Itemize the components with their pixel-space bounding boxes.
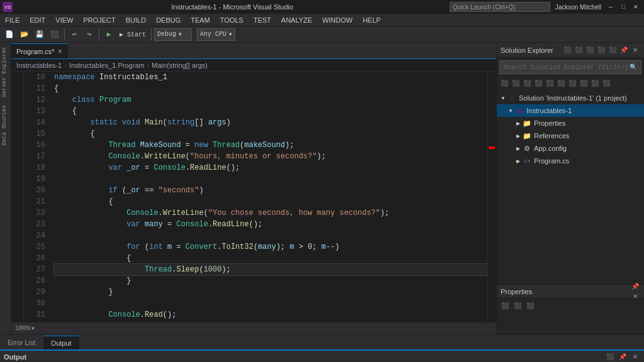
props-close-button[interactable]: ✕ xyxy=(630,292,640,302)
right-scrollbar[interactable] xyxy=(487,72,496,322)
se-tool-7[interactable]: ⬛ xyxy=(567,79,577,89)
maximize-button[interactable]: □ xyxy=(618,3,629,11)
tree-item-references[interactable]: ▶📁References xyxy=(497,129,644,142)
se-tool-8[interactable]: ⬛ xyxy=(579,79,589,89)
se-btn-4[interactable]: ⬛ xyxy=(596,45,606,55)
tree-item-instructables-1[interactable]: ▼◆Instructables-1 xyxy=(497,104,644,117)
menu-item-build[interactable]: BUILD xyxy=(121,14,151,26)
open-button[interactable]: 📂 xyxy=(18,28,31,41)
se-tool-5[interactable]: ⬛ xyxy=(545,79,555,89)
code-line-12[interactable]: class Program xyxy=(54,94,487,106)
code-line-26[interactable]: { xyxy=(54,253,487,264)
code-line-14[interactable]: static void Main(string[] args) xyxy=(54,117,487,128)
props-btn-2[interactable]: ⬛ xyxy=(512,300,523,312)
redo-button[interactable]: ↪ xyxy=(82,28,96,41)
line-number-19: 19 xyxy=(28,173,45,185)
se-tool-9[interactable]: ⬛ xyxy=(590,79,600,89)
se-tool-3[interactable]: ⬛ xyxy=(522,79,532,89)
menu-item-team[interactable]: TEAM xyxy=(186,14,215,26)
code-line-13[interactable]: { xyxy=(54,106,487,117)
code-line-16[interactable]: Thread MakeSound = new Thread(makeSound)… xyxy=(54,140,487,151)
code-line-28[interactable]: } xyxy=(54,275,487,287)
code-line-29[interactable]: } xyxy=(54,287,487,298)
code-line-24[interactable] xyxy=(54,230,487,241)
output-close-button[interactable]: ✕ xyxy=(630,352,640,362)
se-tool-6[interactable]: ⬛ xyxy=(556,79,566,89)
code-line-10[interactable]: namespace Instructables_1 xyxy=(54,72,487,83)
tree-arrow-references[interactable]: ▶ xyxy=(514,133,522,139)
minimize-button[interactable]: ─ xyxy=(605,3,616,11)
code-line-22[interactable]: Console.WriteLine("You chose seconds, ho… xyxy=(54,207,487,219)
menu-item-analyze[interactable]: ANALYZE xyxy=(276,14,317,26)
tree-item-properties[interactable]: ▶📁Properties xyxy=(497,117,644,129)
menu-item-help[interactable]: HELP xyxy=(358,14,386,26)
menu-item-tools[interactable]: TOOLS xyxy=(215,14,248,26)
save-button[interactable]: 💾 xyxy=(33,28,47,41)
se-tool-2[interactable]: ⬛ xyxy=(511,79,521,89)
tree-item-app-config[interactable]: ▶⚙App.config xyxy=(497,142,644,155)
debug-config-dropdown[interactable]: Debug ▼ xyxy=(154,28,192,41)
zoom-arrow[interactable]: ▼ xyxy=(31,326,35,331)
start-debug-button[interactable]: ▶ xyxy=(102,28,116,41)
props-pin-button[interactable]: 📌 xyxy=(630,282,640,292)
code-line-25[interactable]: for (int m = Convert.ToInt32(many); m > … xyxy=(54,241,487,253)
tree-arrow-solution--instructables-1---1-project-[interactable]: ▼ xyxy=(499,96,507,101)
se-btn-1[interactable]: ⬛ xyxy=(562,45,572,55)
close-button[interactable]: ✕ xyxy=(630,3,641,11)
code-line-18[interactable]: var _or = Console.ReadLine(); xyxy=(54,162,487,173)
se-tool-4[interactable]: ⬛ xyxy=(533,79,543,89)
code-line-32[interactable]: } // end of static void function xyxy=(54,321,487,322)
code-line-20[interactable]: if (_or == "seconds") xyxy=(54,185,487,196)
code-line-11[interactable]: { xyxy=(54,83,487,94)
props-btn-3[interactable]: ⬛ xyxy=(525,300,536,312)
server-explorer-tab[interactable]: Server Explorer xyxy=(0,43,11,101)
se-tool-1[interactable]: ⬛ xyxy=(499,79,509,89)
output-float-button[interactable]: ⬛ xyxy=(605,352,615,362)
code-line-31[interactable]: Console.Read(); xyxy=(54,309,487,321)
se-btn-2[interactable]: ⬛ xyxy=(574,45,584,55)
se-search-box[interactable]: Search Solution Explorer (Ctrl+;) 🔍 xyxy=(499,60,641,74)
quick-launch-search[interactable]: Quick Launch (Ctrl+Q) xyxy=(450,2,550,12)
code-content[interactable]: namespace Instructables_1{ class Program… xyxy=(49,72,487,322)
breadcrumb-part-1[interactable]: Instructables-1 xyxy=(16,62,62,69)
code-line-15[interactable]: { xyxy=(54,128,487,140)
tree-arrow-app-config[interactable]: ▶ xyxy=(514,146,522,151)
code-line-30[interactable] xyxy=(54,298,487,309)
tree-arrow-instructables-1[interactable]: ▼ xyxy=(507,108,514,114)
tree-arrow-properties[interactable]: ▶ xyxy=(514,121,522,126)
props-btn-1[interactable]: ⬛ xyxy=(499,300,511,312)
new-project-button[interactable]: 📄 xyxy=(3,28,16,41)
data-sources-tab[interactable]: Data Sources xyxy=(0,101,11,150)
se-pin-button[interactable]: 📌 xyxy=(619,45,629,55)
code-line-17[interactable]: Console.WriteLine("hours, minutes or sec… xyxy=(54,151,487,162)
tree-item-solution--instructables-1---1-project-[interactable]: ▼◇Solution 'Instructables-1' (1 project) xyxy=(497,92,644,104)
menu-item-file[interactable]: FILE xyxy=(0,14,25,26)
tab-output[interactable]: Output xyxy=(43,336,79,349)
menu-item-project[interactable]: PROJECT xyxy=(78,14,120,26)
code-editor[interactable]: 1011121314151617181920212223242526272829… xyxy=(11,72,496,322)
output-pin-button[interactable]: 📌 xyxy=(618,352,628,362)
tree-item-program-cs[interactable]: ▶C#Program.cs xyxy=(497,155,644,167)
menu-item-test[interactable]: TEST xyxy=(248,14,276,26)
menu-item-debug[interactable]: DEBUG xyxy=(151,14,186,26)
tab-program-cs[interactable]: Program.cs* ✕ xyxy=(11,43,68,58)
save-all-button[interactable]: ⬛ xyxy=(48,28,62,41)
breadcrumb-part-2[interactable]: Instructables_1.Program xyxy=(69,62,145,69)
se-close-button[interactable]: ✕ xyxy=(630,45,640,55)
se-btn-5[interactable]: ⬛ xyxy=(608,45,618,55)
tab-error-list[interactable]: Error List xyxy=(0,336,43,349)
tab-close-icon[interactable]: ✕ xyxy=(57,48,62,55)
se-btn-3[interactable]: ⬛ xyxy=(585,45,595,55)
undo-button[interactable]: ↩ xyxy=(67,28,81,41)
menu-item-edit[interactable]: EDIT xyxy=(25,14,50,26)
menu-item-window[interactable]: WINDOW xyxy=(317,14,357,26)
platform-dropdown[interactable]: Any CPU ▼ xyxy=(197,28,235,41)
code-line-21[interactable]: { xyxy=(54,196,487,207)
menu-item-view[interactable]: VIEW xyxy=(50,14,78,26)
code-line-19[interactable] xyxy=(54,173,487,185)
code-line-27[interactable]: Thread.Sleep(1000); xyxy=(54,264,487,275)
code-line-23[interactable]: var many = Console.ReadLine(); xyxy=(54,219,487,230)
breadcrumb-part-3[interactable]: Main(string[] args) xyxy=(152,62,208,69)
tree-arrow-program-cs[interactable]: ▶ xyxy=(514,158,522,164)
se-tool-10[interactable]: ⬛ xyxy=(601,79,611,89)
